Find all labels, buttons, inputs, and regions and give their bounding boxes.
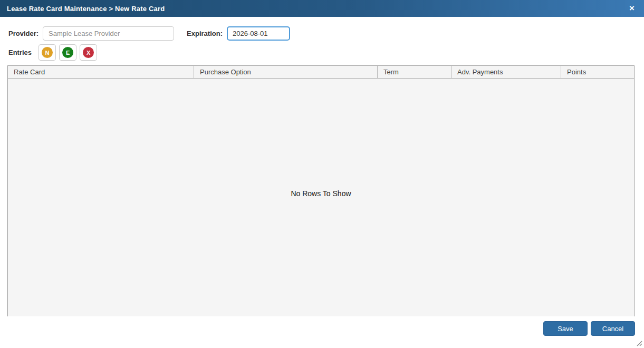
column-header-term[interactable]: Term <box>378 66 451 78</box>
entries-edit-button[interactable]: E <box>59 44 76 61</box>
entries-delete-button[interactable]: X <box>80 44 97 61</box>
entries-toolbar: Entries N E X <box>8 44 100 61</box>
entries-label: Entries <box>8 49 32 56</box>
grid-header-row: Rate Card Purchase Option Term Adv. Paym… <box>8 66 634 79</box>
entries-grid: Rate Card Purchase Option Term Adv. Paym… <box>7 65 635 316</box>
expiration-field[interactable] <box>227 26 290 41</box>
close-icon[interactable]: × <box>624 0 639 17</box>
save-button[interactable]: Save <box>543 321 588 336</box>
footer-actions: Save Cancel <box>543 321 635 336</box>
resize-handle-icon[interactable] <box>635 339 642 346</box>
column-header-points[interactable]: Points <box>561 66 634 78</box>
column-header-adv-payments[interactable]: Adv. Payments <box>451 66 561 78</box>
page-title: Lease Rate Card Maintenance > New Rate C… <box>7 5 165 13</box>
new-entry-icon: N <box>42 47 53 58</box>
cancel-button[interactable]: Cancel <box>591 321 635 336</box>
provider-label: Provider: <box>8 30 39 37</box>
grid-body: No Rows To Show <box>8 79 634 316</box>
form-row: Provider: Expiration: <box>8 26 290 41</box>
provider-field[interactable] <box>43 26 174 41</box>
expiration-label: Expiration: <box>187 30 223 37</box>
column-header-purchase-option[interactable]: Purchase Option <box>194 66 378 78</box>
edit-entry-icon: E <box>62 47 73 58</box>
column-header-rate-card[interactable]: Rate Card <box>8 66 194 78</box>
entries-new-button[interactable]: N <box>39 44 56 61</box>
delete-entry-icon: X <box>83 47 94 58</box>
empty-rows-message: No Rows To Show <box>8 189 634 198</box>
titlebar: Lease Rate Card Maintenance > New Rate C… <box>0 0 644 17</box>
